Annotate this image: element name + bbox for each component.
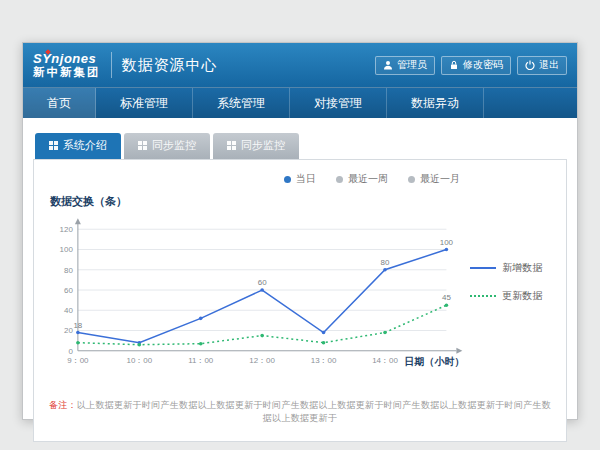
footer-note: 备注：以上数据更新于时间产生数据以上数据更新于时间产生数据以上数据更新于时间产生… <box>48 399 552 425</box>
note-text: 以上数据更新于时间产生数据以上数据更新于时间产生数据以上数据更新于时间产生数据以… <box>77 400 551 423</box>
logo-text: SYnjones <box>33 52 101 66</box>
page-title: 数据资源中心 <box>122 56 218 75</box>
nav-item-label: 标准管理 <box>120 95 168 112</box>
brand-divider <box>111 52 112 78</box>
svg-text:日期（小时）: 日期（小时） <box>405 356 465 367</box>
nav-item-label: 首页 <box>47 95 71 112</box>
svg-text:0: 0 <box>68 347 73 356</box>
svg-text:9：00: 9：00 <box>67 356 89 365</box>
line-sample <box>470 267 496 269</box>
filter-label: 最近一月 <box>420 172 460 186</box>
svg-text:60: 60 <box>64 286 73 295</box>
filter-today[interactable]: 当日 <box>284 172 316 186</box>
logo: SYnjones 新中新集团 <box>33 51 101 79</box>
note-prefix: 备注： <box>49 400 77 410</box>
nav-item-integration[interactable]: 对接管理 <box>290 88 387 118</box>
admin-user-label: 管理员 <box>397 58 427 72</box>
logo-subtext: 新中新集团 <box>33 66 101 79</box>
series-label: 新增数据 <box>502 261 542 275</box>
admin-user-button[interactable]: 管理员 <box>375 56 435 75</box>
legend-item-new-data: 新增数据 <box>470 261 552 275</box>
svg-text:11：00: 11：00 <box>188 356 214 365</box>
chart-panel: 当日 最近一周 最近一月 数据交换（条） 0204060801001209：00… <box>33 159 567 442</box>
nav-item-home[interactable]: 首页 <box>23 88 96 118</box>
legend-item-updated-data: 更新数据 <box>470 289 552 303</box>
svg-text:18: 18 <box>73 321 82 330</box>
line-sample <box>470 295 496 297</box>
svg-text:10：00: 10：00 <box>126 356 152 365</box>
svg-text:120: 120 <box>60 225 74 234</box>
series-legend: 新增数据 更新数据 <box>470 261 552 303</box>
svg-text:20: 20 <box>64 327 73 336</box>
tab-system-intro[interactable]: 系统介绍 <box>35 133 121 159</box>
filter-label: 当日 <box>296 172 316 186</box>
legend-dot <box>408 176 415 183</box>
nav-item-label: 数据异动 <box>411 95 459 112</box>
logout-label: 退出 <box>539 58 559 72</box>
tab-sync-monitor-2[interactable]: 同步监控 <box>213 133 299 159</box>
grid-icon <box>49 141 58 150</box>
svg-text:45: 45 <box>442 293 451 302</box>
app-window: SYnjones 新中新集团 数据资源中心 管理员 修改密码 <box>22 42 578 420</box>
nav-item-label: 系统管理 <box>217 95 265 112</box>
main-nav: 首页 标准管理 系统管理 对接管理 数据异动 <box>23 87 577 118</box>
nav-item-label: 对接管理 <box>314 95 362 112</box>
user-actions: 管理员 修改密码 退出 <box>375 56 567 75</box>
line-chart: 0204060801001209：0010：0011：0012：0013：001… <box>48 213 466 375</box>
grid-icon <box>138 141 147 150</box>
power-icon <box>525 60 535 70</box>
svg-text:13：00: 13：00 <box>311 356 337 365</box>
tab-label: 同步监控 <box>241 138 285 153</box>
svg-text:80: 80 <box>381 258 390 267</box>
svg-text:100: 100 <box>60 245 74 254</box>
brand: SYnjones 新中新集团 数据资源中心 <box>33 51 218 79</box>
tab-sync-monitor-1[interactable]: 同步监控 <box>124 133 210 159</box>
filter-last-month[interactable]: 最近一月 <box>408 172 460 186</box>
svg-text:40: 40 <box>64 306 73 315</box>
tab-label: 系统介绍 <box>63 138 107 153</box>
header: SYnjones 新中新集团 数据资源中心 管理员 修改密码 <box>23 43 577 87</box>
legend-dot <box>336 176 343 183</box>
svg-text:12：00: 12：00 <box>249 356 275 365</box>
content-area: 系统介绍 同步监控 同步监控 当日 最近一周 <box>23 118 577 442</box>
chart-row: 0204060801001209：0010：0011：0012：0013：001… <box>48 213 552 375</box>
nav-item-system[interactable]: 系统管理 <box>193 88 290 118</box>
svg-text:100: 100 <box>440 238 454 247</box>
filter-last-week[interactable]: 最近一周 <box>336 172 388 186</box>
tab-bar: 系统介绍 同步监控 同步监控 <box>33 133 567 159</box>
nav-item-standards[interactable]: 标准管理 <box>96 88 193 118</box>
svg-text:60: 60 <box>258 278 267 287</box>
lock-icon <box>449 60 459 70</box>
change-password-label: 修改密码 <box>463 58 503 72</box>
svg-text:14：00: 14：00 <box>372 356 398 365</box>
period-filter-legend: 当日 最近一周 最近一月 <box>48 172 460 186</box>
filter-label: 最近一周 <box>348 172 388 186</box>
y-axis-title: 数据交换（条） <box>50 194 552 209</box>
legend-dot <box>284 176 291 183</box>
logout-button[interactable]: 退出 <box>517 56 567 75</box>
tab-label: 同步监控 <box>152 138 196 153</box>
series-label: 更新数据 <box>502 289 542 303</box>
svg-text:80: 80 <box>64 266 73 275</box>
grid-icon <box>227 141 236 150</box>
change-password-button[interactable]: 修改密码 <box>441 56 511 75</box>
user-icon <box>383 60 393 70</box>
nav-item-data-change[interactable]: 数据异动 <box>387 88 484 118</box>
